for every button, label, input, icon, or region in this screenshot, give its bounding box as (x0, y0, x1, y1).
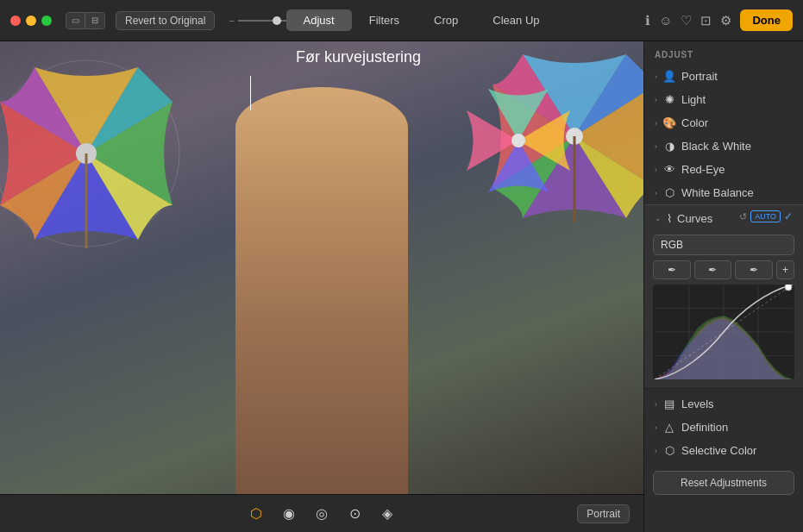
svg-point-13 (785, 285, 792, 291)
adjust-label-wb: White Balance (681, 186, 754, 199)
tab-filters[interactable]: Filters (352, 9, 417, 31)
expand-arrow-levels: › (655, 400, 657, 409)
redeye-icon: 👁 (662, 163, 676, 176)
curve-graph[interactable] (653, 285, 794, 379)
adjust-label-redeye: Red-Eye (681, 163, 725, 176)
photo-container: Før kurvejustering (0, 41, 643, 494)
person-silhouette (235, 87, 408, 495)
adjust-item-levels[interactable]: › ▤ Levels (644, 392, 803, 416)
heart-icon[interactable]: ♡ (681, 13, 692, 28)
adjust-item-portrait[interactable]: › 👤 Portrait (644, 65, 803, 88)
white-point-picker[interactable]: ✒ (735, 260, 773, 279)
curve-svg (653, 285, 794, 379)
titlebar: ▭ ⊟ Revert to Original − + Adjust Filter… (0, 0, 803, 41)
adjust-item-color[interactable]: › 🎨 Color (644, 111, 803, 135)
window-toggle[interactable]: ▭ ⊟ (66, 12, 105, 29)
tool-icon-1[interactable]: ⬡ (247, 504, 266, 523)
levels-icon: ▤ (662, 397, 676, 410)
more-icon[interactable]: ⚙ (720, 13, 731, 28)
minimize-button[interactable] (26, 16, 36, 26)
callout-line (250, 76, 251, 110)
adjust-item-redeye[interactable]: › 👁 Red-Eye (644, 158, 803, 181)
pinwheel-mid (462, 84, 574, 197)
panel-header: ADJUST (644, 41, 803, 65)
photo-bottom-toolbar: ⬡ ◉ ◎ ⊙ ◈ Portrait (0, 494, 643, 532)
auto-badge[interactable]: AUTO (750, 210, 781, 222)
adjust-item-light[interactable]: › ✺ Light (644, 88, 803, 111)
expand-arrow-color: › (655, 119, 657, 128)
black-point-picker[interactable]: ✒ (653, 260, 691, 279)
tool-icon-5[interactable]: ◈ (378, 504, 397, 523)
reset-adjustments-button[interactable]: Reset Adjustments (653, 471, 794, 495)
nav-tabs: Adjust Filters Crop Clean Up (286, 9, 557, 31)
expand-arrow-redeye: › (655, 166, 657, 174)
definition-icon: △ (662, 421, 676, 434)
right-panel: ADJUST › 👤 Portrait › ✺ Light › 🎨 Color … (643, 41, 803, 532)
expand-arrow-selective: › (655, 447, 657, 455)
expand-arrow-portrait: › (655, 72, 657, 81)
curve-tools: ✒ ✒ ✒ + (653, 260, 794, 279)
portrait-icon: 👤 (662, 70, 676, 83)
light-icon: ✺ (662, 93, 676, 106)
tool-icon-3[interactable]: ◎ (312, 504, 331, 523)
adjust-label-color: Color (681, 116, 708, 129)
curves-header[interactable]: ⌄ ⌇ Curves ↺ AUTO ✓ (644, 205, 803, 231)
selective-color-icon: ⬡ (662, 444, 676, 457)
revert-button[interactable]: Revert to Original (116, 11, 215, 30)
split-view-btn[interactable]: ⊟ (85, 13, 104, 28)
expand-arrow-wb: › (655, 189, 657, 197)
maximize-button[interactable] (41, 16, 52, 26)
adjust-label-light: Light (681, 93, 706, 106)
photo-area: Før kurvejustering ⬡ ◉ ◎ ⊙ ◈ Portrait (0, 41, 643, 532)
expand-arrow-light: › (655, 96, 657, 104)
adjust-label-selective: Selective Color (681, 444, 756, 457)
adjust-label-definition: Definition (681, 421, 728, 434)
info-icon[interactable]: ℹ (645, 13, 650, 28)
emoji-icon[interactable]: ☺ (659, 13, 672, 28)
close-button[interactable] (10, 16, 21, 26)
photo-scene: Før kurvejustering (0, 41, 643, 494)
panel-footer: › ▤ Levels › △ Definition › ⬡ Selective … (644, 389, 803, 466)
curves-label: Curves (677, 212, 712, 225)
tab-adjust[interactable]: Adjust (286, 9, 352, 31)
curves-icon: ⌇ (667, 212, 672, 225)
toolbar-right: ℹ ☺ ♡ ⊡ ⚙ Done (645, 9, 793, 31)
adjust-item-definition[interactable]: › △ Definition (644, 416, 803, 439)
rgb-channel-select[interactable]: RGB Red Green Blue (653, 235, 794, 255)
curves-expand-arrow: ⌄ (655, 214, 662, 222)
tool-icon-4[interactable]: ⊙ (345, 504, 364, 523)
adjust-item-wb[interactable]: › ⬡ White Balance (644, 181, 803, 204)
midtone-picker[interactable]: ✒ (694, 260, 732, 279)
curves-section: ⌄ ⌇ Curves ↺ AUTO ✓ RGB Red Green Blue ✒ (644, 204, 803, 389)
adjust-label-levels: Levels (681, 397, 714, 410)
expand-arrow-bw: › (655, 142, 657, 151)
pinwheel-left (0, 59, 181, 248)
auto-check-icon: ✓ (784, 210, 793, 222)
svg-point-5 (511, 134, 525, 147)
wb-icon: ⬡ (662, 186, 676, 199)
single-view-btn[interactable]: ▭ (66, 13, 85, 28)
tab-crop[interactable]: Crop (417, 9, 475, 31)
callout-text: Før kurvejustering (296, 48, 421, 66)
curves-controls: RGB Red Green Blue ✒ ✒ ✒ + (644, 231, 803, 388)
adjust-label-bw: Black & White (681, 140, 751, 153)
tool-icon-2[interactable]: ◉ (279, 504, 298, 523)
main-content: Før kurvejustering ⬡ ◉ ◎ ⊙ ◈ Portrait AD… (0, 41, 803, 532)
portrait-button[interactable]: Portrait (577, 504, 630, 523)
tab-cleanup[interactable]: Clean Up (475, 9, 556, 31)
share-icon[interactable]: ⊡ (700, 13, 712, 28)
adjust-label-portrait: Portrait (681, 70, 718, 83)
done-button[interactable]: Done (740, 9, 793, 31)
adjust-item-selective-color[interactable]: › ⬡ Selective Color (644, 439, 803, 462)
color-icon: 🎨 (662, 116, 676, 129)
expand-arrow-definition: › (655, 423, 657, 432)
adjust-item-bw[interactable]: › ◑ Black & White (644, 135, 803, 158)
bw-icon: ◑ (662, 140, 676, 153)
add-point-btn[interactable]: + (776, 260, 794, 279)
curves-reset-icon[interactable]: ↺ (739, 211, 747, 222)
traffic-lights (10, 16, 52, 26)
